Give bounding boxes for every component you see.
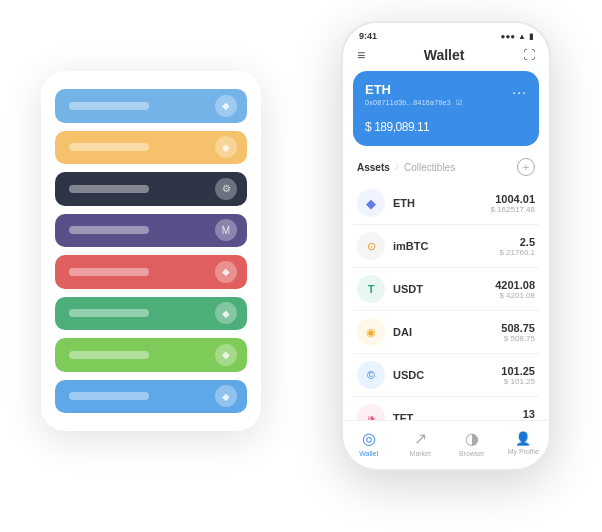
nav-browser[interactable]: ◑ Browser xyxy=(446,429,498,457)
expand-icon[interactable]: ⛶ xyxy=(523,48,535,62)
add-asset-button[interactable]: + xyxy=(517,158,535,176)
profile-nav-label: My Profile xyxy=(508,448,539,455)
color-row-4[interactable]: M xyxy=(55,214,247,248)
asset-name-usdc: USDC xyxy=(393,369,501,381)
usdc-usd: $ 101.25 xyxy=(501,377,535,386)
asset-item-tft[interactable]: ❧ TFT 13 0 xyxy=(353,397,539,420)
eth-card-more-button[interactable]: ... xyxy=(512,81,527,97)
asset-item-dai[interactable]: ◉ DAI 508.75 $ 508.75 xyxy=(353,311,539,354)
nav-profile[interactable]: 👤 My Profile xyxy=(498,431,550,455)
row-label-1 xyxy=(69,102,149,110)
status-time: 9:41 xyxy=(359,31,377,41)
color-row-1[interactable]: ◆ xyxy=(55,89,247,123)
row-label-4 xyxy=(69,226,149,234)
color-row-8[interactable]: ◆ xyxy=(55,380,247,414)
eth-card-header: ETH ... xyxy=(365,81,527,97)
wallet-nav-icon: ◎ xyxy=(362,429,376,448)
color-row-3[interactable]: ⚙ xyxy=(55,172,247,206)
menu-icon[interactable]: ≡ xyxy=(357,47,365,63)
tft-icon: ❧ xyxy=(357,404,385,420)
wallet-nav-label: Wallet xyxy=(359,450,378,457)
browser-nav-label: Browser xyxy=(459,450,485,457)
browser-nav-icon: ◑ xyxy=(465,429,479,448)
imbtc-usd: $ 21760.1 xyxy=(499,248,535,257)
color-row-2[interactable]: ◆ xyxy=(55,131,247,165)
status-icons: ●●● ▲ ▮ xyxy=(501,32,533,41)
eth-usd: $ 162517.48 xyxy=(491,205,536,214)
imbtc-amount: 2.5 xyxy=(499,236,535,248)
row-icon-1: ◆ xyxy=(215,95,237,117)
asset-name-usdt: USDT xyxy=(393,283,495,295)
row-label-3 xyxy=(69,185,149,193)
row-icon-5: ◆ xyxy=(215,261,237,283)
row-label-7 xyxy=(69,351,149,359)
asset-values-usdt: 4201.08 $ 4201.08 xyxy=(495,279,535,300)
row-label-6 xyxy=(69,309,149,317)
asset-name-dai: DAI xyxy=(393,326,501,338)
asset-name-eth: ETH xyxy=(393,197,491,209)
eth-card[interactable]: ETH ... 0x08711d3b...8416a78e3 ☑ $189,08… xyxy=(353,71,539,146)
color-row-7[interactable]: ◆ xyxy=(55,338,247,372)
market-nav-label: Market xyxy=(410,450,431,457)
phone-header: ≡ Wallet ⛶ xyxy=(343,45,549,71)
dai-amount: 508.75 xyxy=(501,322,535,334)
dai-usd: $ 508.75 xyxy=(501,334,535,343)
market-nav-icon: ↗ xyxy=(414,429,427,448)
asset-name-imbtc: imBTC xyxy=(393,240,499,252)
tft-amount: 13 xyxy=(523,408,535,420)
row-icon-7: ◆ xyxy=(215,344,237,366)
asset-item-usdt[interactable]: T USDT 4201.08 $ 4201.08 xyxy=(353,268,539,311)
row-label-8 xyxy=(69,392,149,400)
nav-market[interactable]: ↗ Market xyxy=(395,429,447,457)
bottom-nav: ◎ Wallet ↗ Market ◑ Browser 👤 My Profile xyxy=(343,420,549,469)
asset-values-eth: 1004.01 $ 162517.48 xyxy=(491,193,536,214)
eth-card-balance: $189,089.11 xyxy=(365,113,527,136)
tab-assets[interactable]: Assets xyxy=(357,162,390,173)
assets-tabs: Assets / Collectibles xyxy=(357,162,455,173)
row-icon-3: ⚙ xyxy=(215,178,237,200)
phone-mockup: 9:41 ●●● ▲ ▮ ≡ Wallet ⛶ ETH ... 0x08711d… xyxy=(341,21,551,471)
eth-card-title: ETH xyxy=(365,82,391,97)
asset-list: ◆ ETH 1004.01 $ 162517.48 ⊙ imBTC 2.5 $ … xyxy=(343,182,549,420)
tab-divider: / xyxy=(396,163,398,172)
asset-item-usdc[interactable]: © USDC 101.25 $ 101.25 xyxy=(353,354,539,397)
usdt-amount: 4201.08 xyxy=(495,279,535,291)
eth-card-address: 0x08711d3b...8416a78e3 ☑ xyxy=(365,99,527,107)
nav-wallet[interactable]: ◎ Wallet xyxy=(343,429,395,457)
row-icon-4: M xyxy=(215,219,237,241)
signal-icon: ●●● xyxy=(501,32,516,41)
color-row-5[interactable]: ◆ xyxy=(55,255,247,289)
wifi-icon: ▲ xyxy=(518,32,526,41)
imbtc-icon: ⊙ xyxy=(357,232,385,260)
scene: ◆ ◆ ⚙ M ◆ ◆ ◆ ◆ xyxy=(11,11,591,521)
dai-icon: ◉ xyxy=(357,318,385,346)
profile-nav-icon: 👤 xyxy=(515,431,531,446)
asset-values-usdc: 101.25 $ 101.25 xyxy=(501,365,535,386)
color-row-6[interactable]: ◆ xyxy=(55,297,247,331)
usdt-usd: $ 4201.08 xyxy=(495,291,535,300)
row-icon-6: ◆ xyxy=(215,302,237,324)
status-bar: 9:41 ●●● ▲ ▮ xyxy=(343,23,549,45)
battery-icon: ▮ xyxy=(529,32,533,41)
row-icon-8: ◆ xyxy=(215,385,237,407)
row-icon-2: ◆ xyxy=(215,136,237,158)
usdc-amount: 101.25 xyxy=(501,365,535,377)
asset-name-tft: TFT xyxy=(393,412,523,420)
asset-values-imbtc: 2.5 $ 21760.1 xyxy=(499,236,535,257)
asset-item-imbtc[interactable]: ⊙ imBTC 2.5 $ 21760.1 xyxy=(353,225,539,268)
usdc-icon: © xyxy=(357,361,385,389)
usdt-icon: T xyxy=(357,275,385,303)
asset-values-dai: 508.75 $ 508.75 xyxy=(501,322,535,343)
bg-card: ◆ ◆ ⚙ M ◆ ◆ ◆ ◆ xyxy=(41,71,261,431)
assets-header: Assets / Collectibles + xyxy=(343,154,549,182)
asset-values-tft: 13 0 xyxy=(523,408,535,421)
row-label-5 xyxy=(69,268,149,276)
page-title: Wallet xyxy=(424,47,465,63)
asset-item-eth[interactable]: ◆ ETH 1004.01 $ 162517.48 xyxy=(353,182,539,225)
tab-collectibles[interactable]: Collectibles xyxy=(404,162,455,173)
eth-amount: 1004.01 xyxy=(491,193,536,205)
row-label-2 xyxy=(69,143,149,151)
eth-icon: ◆ xyxy=(357,189,385,217)
